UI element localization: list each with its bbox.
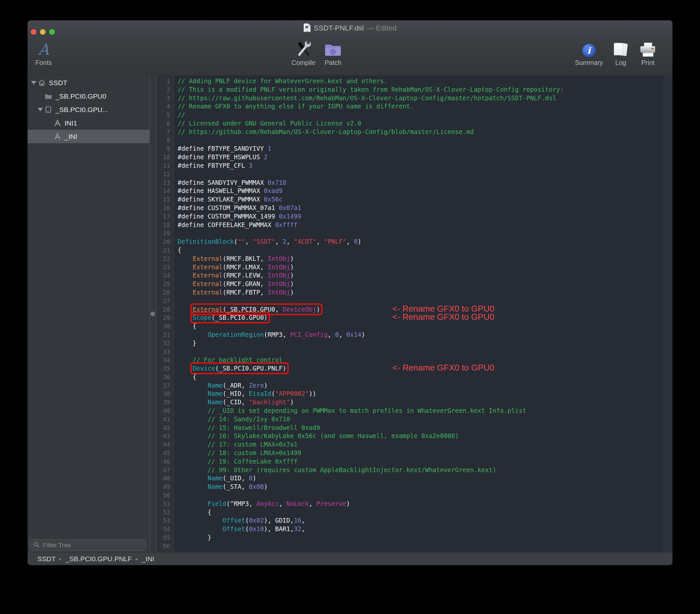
line-number: 8 (156, 136, 174, 145)
line-number: 7 (156, 128, 174, 136)
line-content: // 99: Other (requires custom AppleBackl… (174, 466, 496, 474)
line-number: 49 (156, 483, 174, 491)
code-line: 49 Name(_STA, 0x0B) (156, 483, 673, 491)
line-content: #define COFFEELAKE_PWMMAX 0xffff (174, 221, 298, 229)
tree-item-label: _INI (65, 133, 77, 140)
line-content: // This is a modified PNLF version origi… (174, 86, 564, 94)
line-content: #define CUSTOM_PWMMAX_07a1 0x07a1 (174, 204, 301, 212)
rename-annotation: <- Rename GFX0 to GPU0 (392, 313, 494, 322)
line-content: { (174, 322, 196, 330)
line-number: 50 (156, 491, 174, 500)
toolbar-compile[interactable]: Compile (291, 38, 315, 66)
code-line: 17#define CUSTOM_PWMMAX_1499 0x1499 (156, 212, 673, 221)
rename-annotation: <- Rename GFX0 to GPU0 (392, 364, 494, 372)
line-number: 53 (156, 516, 174, 525)
code-line: 21{ (156, 246, 673, 254)
line-content: // _UID is set depending on PWMMax to ma… (174, 406, 526, 415)
line-content: DefinitionBlock("", "SSDT", 2, "ACDT", "… (174, 238, 361, 246)
filter-tree-input[interactable] (42, 541, 142, 549)
tree-item-label: _SB.PCI0.GPU... (55, 106, 108, 114)
line-number: 1 (156, 77, 174, 86)
disclosure-triangle-icon[interactable] (30, 81, 37, 85)
line-content (174, 297, 178, 305)
code-line: 41 // 14: Sandy/Ivy 0x710 (156, 415, 673, 424)
tree-item-label: SSDT (49, 79, 67, 87)
line-number: 39 (156, 398, 174, 406)
line-content: // Licensed under GNU General Public Lic… (174, 119, 361, 128)
code-editor[interactable]: 1// Adding PNLF device for WhateverGreen… (156, 75, 673, 552)
line-content: // 18: custom LMAX=0x1499 (174, 449, 301, 458)
patch-folder-icon (324, 38, 341, 57)
code-line: 1// Adding PNLF device for WhateverGreen… (156, 77, 673, 86)
search-icon (33, 541, 40, 549)
line-number: 55 (156, 534, 174, 542)
line-number: 10 (156, 153, 174, 162)
patch-label: Patch (324, 59, 341, 66)
code-line: 23 External(RMCF.LMAX, IntObj) (156, 263, 673, 272)
code-line: 32 } (156, 339, 673, 348)
toolbar-summary[interactable]: i Summary (575, 38, 603, 66)
line-content: External(_SB.PCI0.GPU0, DeviceObj) (174, 305, 320, 314)
code-line: 56 (156, 542, 673, 550)
line-number: 33 (156, 348, 174, 356)
filter-tree-field[interactable] (29, 539, 146, 551)
line-number: 27 (156, 297, 174, 305)
line-number: 36 (156, 373, 174, 381)
code-line: 35 Device(_SB.PCI0.GPU.PNLF)<- Rename GF… (156, 364, 673, 373)
line-number: 41 (156, 415, 174, 424)
line-number: 56 (156, 542, 174, 550)
line-number: 24 (156, 271, 174, 280)
code-line: 39 Name(_CID, "backlight") (156, 398, 673, 406)
toolbar-print[interactable]: Print (640, 38, 656, 66)
line-content (174, 229, 178, 238)
line-number: 38 (156, 390, 174, 398)
tree-item--ini[interactable]: _INI (27, 130, 149, 143)
toolbar-log[interactable]: Log (613, 38, 628, 66)
tree-item-ini1[interactable]: INI1 (27, 116, 149, 130)
line-content: External(RMCF.BKLT, IntObj) (174, 254, 294, 263)
line-content: // 17: custom LMAX=0x7a1 (174, 440, 298, 449)
tree-item-ssdt[interactable]: SSDT (27, 76, 149, 89)
line-number: 44 (156, 440, 174, 449)
code-line: 44 // 17: custom LMAX=0x7a1 (156, 440, 673, 449)
code-line: 31 OperationRegion(RMP3, PCI_Config, 0, … (156, 330, 673, 339)
line-content: { (174, 508, 211, 517)
line-number: 31 (156, 330, 174, 339)
line-number: 32 (156, 339, 174, 348)
code-line: 51 Field(^RMP3, AnyAcc, NoLock, Preserve… (156, 500, 673, 508)
line-number: 16 (156, 204, 174, 212)
line-number: 28 (156, 305, 174, 314)
code-line: 12 (156, 170, 673, 178)
ssdt-tree: SSDT_SB.PCI0.GPU0_SB.PCI0.GPU...INI1_INI (27, 76, 149, 143)
line-content (174, 491, 178, 500)
line-number: 43 (156, 432, 174, 440)
line-number: 11 (156, 162, 174, 170)
disclosure-triangle-icon[interactable] (37, 108, 44, 111)
line-number: 23 (156, 263, 174, 272)
code-line: 53 Offset(0x02), GDID,16, (156, 516, 673, 525)
line-content: Name(_CID, "backlight") (174, 398, 294, 406)
tree-item--sb-pci0-gpu0[interactable]: _SB.PCI0.GPU0 (27, 89, 149, 103)
line-content: // 15: Haswell/Broadwell 0xad9 (174, 424, 320, 432)
code-line: 20DefinitionBlock("", "SSDT", 2, "ACDT",… (156, 238, 673, 246)
line-number: 2 (156, 86, 174, 94)
line-number: 30 (156, 322, 174, 330)
toolbar-patch[interactable]: Patch (324, 38, 341, 66)
code-line: 46 // 19: CoffeeLake 0xffff (156, 458, 673, 466)
line-content (174, 348, 178, 356)
line-number: 42 (156, 424, 174, 432)
breadcrumb-segment[interactable]: _SB.PCI0.GPU.PNLF (65, 555, 132, 563)
breadcrumb-segment[interactable]: SSDT (37, 555, 56, 563)
breadcrumb-segment[interactable]: _INI (141, 555, 154, 563)
folder-icon (44, 92, 52, 101)
line-content: #define FBTYPE_SANDYIVY 1 (174, 145, 271, 153)
code-line: 3// https://raw.githubusercontent.com/Re… (156, 94, 673, 102)
line-content: Name(_UID, 0) (174, 474, 256, 483)
tree-item--sb-pci0-gpu-[interactable]: _SB.PCI0.GPU... (27, 103, 149, 116)
line-number: 40 (156, 406, 174, 415)
line-number: 19 (156, 229, 174, 238)
line-content: External(RMCF.GRAN, IntObj) (174, 280, 294, 288)
line-content: #define FBTYPE_HSWPLUS 2 (174, 153, 268, 162)
line-content: Offset(0x02), GDID,16, (174, 516, 305, 525)
toolbar-fonts[interactable]: A Fonts (31, 38, 57, 66)
